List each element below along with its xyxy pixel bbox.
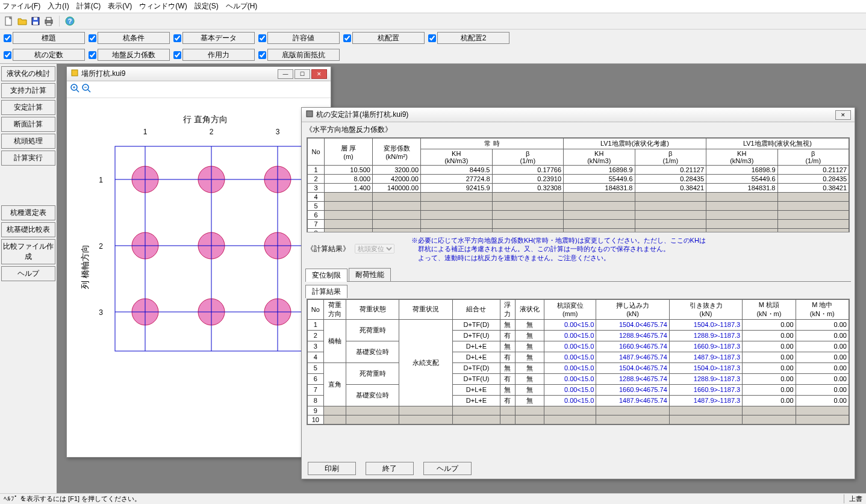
icon-toolbar: ? xyxy=(0,13,866,30)
dialog-buttons: 印刷 終了 ヘルプ xyxy=(308,462,472,475)
side-stab[interactable]: 安定計算 xyxy=(1,100,55,115)
print-icon[interactable] xyxy=(43,16,54,26)
btn-title[interactable]: 標題 xyxy=(13,32,85,44)
btn-pile-const[interactable]: 杭の定数 xyxy=(13,49,85,61)
pile-layout-canvas: 行 直角方向 列 橋軸方向 1 2 3 1 2 3 xyxy=(67,98,331,447)
chk-ground-coef[interactable] xyxy=(89,51,96,59)
svg-text:1: 1 xyxy=(143,128,148,136)
table-row: 5直角死荷重時D+TF(D)無無0.00<15.01504.0<4675.741… xyxy=(308,362,849,373)
chk-pile-const[interactable] xyxy=(4,51,11,59)
note-text: ※必要に応じて水平方向地盤反力係数KH(常時・地震時)は変更してください。ただし… xyxy=(399,235,850,263)
side-type[interactable]: 杭種選定表 xyxy=(1,205,55,220)
menu-settings[interactable]: 設定(S) xyxy=(195,1,219,11)
close-button[interactable]: 終了 xyxy=(366,462,414,475)
menu-view[interactable]: 表示(V) xyxy=(108,1,132,11)
chk-title[interactable] xyxy=(4,34,11,42)
anz-window-title: 杭の安定計算(場所打杭.kui9) xyxy=(316,110,408,120)
coefficient-table: No 層 厚 (m) 変形係数 (kN/m²) 常 時 LV1地震時(液状化考慮… xyxy=(307,138,849,232)
zoom-in-icon[interactable] xyxy=(70,87,82,95)
chk-pile-cond[interactable] xyxy=(89,34,96,42)
side-panel: 液状化の検討 支持力計算 安定計算 断面計算 杭頭処理 計算実行 杭種選定表 杭… xyxy=(0,64,57,500)
sub-tab-results[interactable]: 計算結果 xyxy=(305,285,347,298)
menu-bar: ファイル(F) 入力(I) 計算(C) 表示(V) ウィンドウ(W) 設定(S)… xyxy=(0,0,866,13)
btn-force[interactable]: 作用力 xyxy=(182,49,255,61)
help-button[interactable]: ヘルプ xyxy=(423,462,472,475)
menu-window[interactable]: ウィンドウ(W) xyxy=(139,1,187,11)
side-liq[interactable]: 液状化の検討 xyxy=(1,66,55,81)
chk-allowable[interactable] xyxy=(258,34,266,42)
pile-window-title: 場所打杭.kui9 xyxy=(81,69,125,79)
side-sect[interactable]: 断面計算 xyxy=(1,117,55,132)
table-row: 3基礎変位時D+L+E無無0.00<15.01660.9<4675.741660… xyxy=(308,341,849,352)
results-table: No 荷重 方向 荷重状態 荷重状況 組合せ 浮 力 液状化 杭頭変位 (mm)… xyxy=(307,299,849,425)
chk-basic-data[interactable] xyxy=(173,34,181,42)
svg-text:2: 2 xyxy=(99,242,103,250)
coefficient-table-wrap[interactable]: No 層 厚 (m) 変形係数 (kN/m²) 常 時 LV1地震時(液状化考慮… xyxy=(307,137,850,232)
table-row: 9 xyxy=(308,406,849,415)
new-file-icon[interactable] xyxy=(4,16,14,26)
displacement-select[interactable]: 杭頭変位 xyxy=(355,244,394,254)
svg-rect-9 xyxy=(72,70,78,76)
table-row: 1橋軸死荷重時永続支配D+TF(D)無無0.00<15.01504.0<4675… xyxy=(308,319,849,330)
btn-bottom-resist[interactable]: 底版前面抵抗 xyxy=(267,49,340,61)
anz-close-button[interactable]: ✕ xyxy=(835,110,851,120)
btn-pile-cond[interactable]: 杭条件 xyxy=(98,32,170,44)
menu-help[interactable]: ヘルプ(H) xyxy=(226,1,258,11)
side-exec[interactable]: 計算実行 xyxy=(1,151,55,166)
menu-file[interactable]: ファイル(F) xyxy=(2,1,40,11)
svg-rect-57 xyxy=(307,111,313,117)
svg-text:2: 2 xyxy=(210,128,214,136)
print-button[interactable]: 印刷 xyxy=(308,462,356,475)
svg-text:?: ? xyxy=(68,17,72,25)
svg-text:3: 3 xyxy=(276,128,280,136)
stability-calc-window: 杭の安定計算(場所打杭.kui9) ✕ 《水平方向地盤反力係数》 No 層 厚 … xyxy=(301,107,855,479)
chk-bottom-resist[interactable] xyxy=(258,51,266,59)
btn-allowable[interactable]: 許容値 xyxy=(267,32,340,44)
pile-window-titlebar[interactable]: 場所打杭.kui9 — ☐ ✕ xyxy=(67,67,331,81)
btn-ground-coef[interactable]: 地盤反力係数 xyxy=(98,49,170,61)
btn-pile-layout[interactable]: 杭配置 xyxy=(352,32,425,44)
anz-window-titlebar[interactable]: 杭の安定計算(場所打杭.kui9) ✕ xyxy=(302,108,855,122)
svg-line-15 xyxy=(88,90,90,92)
svg-line-11 xyxy=(76,90,79,92)
check-toolbar-1: 標題 杭条件 基本データ 許容値 杭配置 杭配置2 xyxy=(0,30,866,46)
pile-maximize-button[interactable]: ☐ xyxy=(294,69,310,79)
col-axis-label: 行 直角方向 xyxy=(183,114,228,124)
help-icon[interactable]: ? xyxy=(64,16,75,26)
anz-window-icon xyxy=(305,110,314,120)
menu-input[interactable]: 入力(I) xyxy=(48,1,69,11)
btn-basic-data[interactable]: 基本データ xyxy=(182,32,255,44)
check-toolbar-2: 杭の定数 地盤反力係数 作用力 底版前面抵抗 xyxy=(0,46,866,64)
svg-text:3: 3 xyxy=(99,308,103,317)
side-comp[interactable]: 杭基礎比較表 xyxy=(1,222,55,237)
svg-rect-3 xyxy=(33,22,38,25)
mdi-area: 液状化の検討 支持力計算 安定計算 断面計算 杭頭処理 計算実行 杭種選定表 杭… xyxy=(0,64,866,500)
tab-load-performance[interactable]: 耐荷性能 xyxy=(349,268,391,281)
table-row: 11 xyxy=(308,424,849,425)
side-head[interactable]: 杭頭処理 xyxy=(1,134,55,149)
result-tabs: 変位制限 耐荷性能 xyxy=(305,268,851,282)
zoom-out-icon[interactable] xyxy=(82,87,92,95)
chk-pile-layout[interactable] xyxy=(343,34,351,42)
results-table-wrap[interactable]: No 荷重 方向 荷重状態 荷重状況 組合せ 浮 力 液状化 杭頭変位 (mm)… xyxy=(307,299,850,425)
sec1-title: 《水平方向地盤反力係数》 xyxy=(302,122,855,137)
side-cmpfile[interactable]: 比較ファイル作成 xyxy=(1,239,55,264)
side-help[interactable]: ヘルプ xyxy=(1,266,55,281)
tab-displacement-limit[interactable]: 変位制限 xyxy=(305,269,347,282)
chk-pile-layout2[interactable] xyxy=(428,34,436,42)
sec2-title: 《計算結果》 xyxy=(307,244,350,254)
status-left: ﾍﾙﾌﾟ を表示するには [F1] を押してください。 xyxy=(4,494,141,503)
pile-close-button[interactable]: ✕ xyxy=(311,69,327,79)
open-file-icon[interactable] xyxy=(17,16,28,26)
table-row: 7基礎変位時D+L+E無無0.00<15.01660.9<4675.741660… xyxy=(308,384,849,395)
chk-force[interactable] xyxy=(173,51,181,59)
svg-rect-6 xyxy=(46,23,51,25)
btn-pile-layout2[interactable]: 杭配置2 xyxy=(437,32,509,44)
save-icon[interactable] xyxy=(30,16,41,26)
side-bear[interactable]: 支持力計算 xyxy=(1,83,55,98)
menu-calc[interactable]: 計算(C) xyxy=(76,1,101,11)
svg-rect-5 xyxy=(46,17,51,20)
pile-minimize-button[interactable]: — xyxy=(278,69,293,79)
row-axis-label: 列 橋軸方向 xyxy=(80,244,90,289)
pile-layout-window: 場所打杭.kui9 — ☐ ✕ 行 直角方向 列 橋軸方向 1 2 xyxy=(66,66,331,458)
